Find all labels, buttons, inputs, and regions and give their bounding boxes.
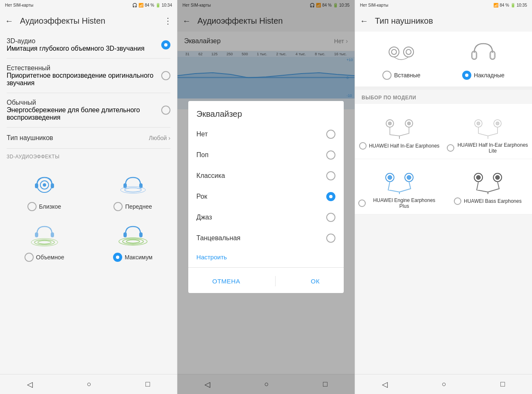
engine-plus-radio[interactable] bbox=[358, 199, 366, 207]
dialog-title: Эквалайзер bbox=[188, 101, 344, 124]
model-bass[interactable]: HUAWEI Bass Earphones bbox=[443, 159, 532, 214]
svg-rect-26 bbox=[473, 52, 476, 59]
effect-close-label-row: Близкое bbox=[27, 202, 61, 211]
back-nav-3[interactable]: ◁ bbox=[372, 377, 398, 392]
back-button-3[interactable]: ← bbox=[360, 16, 368, 26]
dialog-none-radio[interactable] bbox=[326, 130, 335, 139]
svg-point-31 bbox=[407, 122, 411, 125]
top-bar-3: ← Тип наушников bbox=[355, 10, 532, 32]
3d-audio-radio[interactable] bbox=[161, 40, 170, 49]
svg-point-36 bbox=[496, 122, 499, 125]
bottom-nav-1: ◁ ○ □ bbox=[0, 374, 177, 394]
dialog-cancel-btn[interactable]: ОТМЕНА bbox=[199, 273, 254, 290]
dialog-rock-radio[interactable] bbox=[326, 192, 335, 201]
status-bar-3: Нет SIM-карты 📶 84 % 🔋 10:35 bbox=[355, 0, 532, 10]
svg-rect-15 bbox=[139, 232, 143, 237]
dialog-pop-label: Поп bbox=[197, 151, 209, 159]
svg-point-41 bbox=[407, 175, 411, 180]
dialog-option-none[interactable]: Нет bbox=[188, 124, 344, 145]
recent-nav-3[interactable]: □ bbox=[490, 377, 515, 392]
effect-max-label: Максимум bbox=[125, 254, 153, 261]
dialog-overlay: Эквалайзер Нет Поп Классика Рок bbox=[177, 0, 355, 394]
type-earbuds[interactable]: Вставные bbox=[382, 38, 420, 80]
effect-front-label: Переднее bbox=[125, 203, 152, 210]
dialog-customize-link[interactable]: Настроить bbox=[188, 249, 344, 266]
effect-surround[interactable]: Объемное bbox=[0, 216, 89, 267]
model-half-in-ear-lite[interactable]: HUAWEI Half In-Ear Earphones Lite bbox=[443, 104, 532, 159]
natural-radio[interactable] bbox=[161, 71, 170, 80]
type-section: Вставные На bbox=[355, 32, 532, 86]
top-bar-1: ← Аудиоэффекты Histen ⋮ bbox=[0, 10, 177, 32]
type-overhead[interactable]: Накладные bbox=[462, 38, 505, 80]
overhead-icon bbox=[467, 38, 500, 67]
home-nav-1[interactable]: ○ bbox=[77, 377, 101, 392]
normal-title: Обычный bbox=[7, 99, 161, 106]
engine-plus-label-row: HUAWEI Engine Earphones Plus bbox=[358, 197, 440, 209]
hp-row-left: Тип наушников bbox=[7, 134, 53, 142]
overhead-radio[interactable] bbox=[462, 71, 471, 80]
dialog-classic-radio[interactable] bbox=[326, 171, 335, 180]
effect-close-icon bbox=[28, 170, 61, 199]
screen2: Нет SIM-карты 🎧 📶 84 % 🔋 10:35 ← Аудиоэф… bbox=[177, 0, 355, 394]
model-half-in-ear[interactable]: HUAWEI Half In-Ear Earphones bbox=[355, 104, 443, 159]
effect-surround-radio[interactable] bbox=[25, 253, 34, 262]
svg-point-7 bbox=[125, 188, 141, 192]
effects-grid: Близкое Переднее bbox=[0, 162, 177, 270]
normal-radio[interactable] bbox=[161, 106, 170, 115]
3d-audio-desc: Имитация глубокого объемного 3D-звучания bbox=[7, 45, 145, 52]
3d-audio-title: 3D-аудио bbox=[7, 37, 145, 45]
effect-surround-label-row: Объемное bbox=[25, 253, 64, 262]
dialog-dance-radio[interactable] bbox=[326, 234, 335, 243]
half-in-ear-lite-radio[interactable] bbox=[447, 144, 454, 152]
recent-nav-1[interactable]: □ bbox=[135, 377, 160, 392]
back-button-1[interactable]: ← bbox=[5, 16, 13, 26]
setting-3d-audio[interactable]: 3D-аудио Имитация глубокого объемного 3D… bbox=[0, 32, 177, 58]
svg-point-44 bbox=[476, 175, 480, 180]
earbuds-radio[interactable] bbox=[382, 71, 392, 80]
home-nav-3[interactable]: ○ bbox=[432, 377, 456, 392]
headphone-type-row[interactable]: Тип наушников Любой › bbox=[0, 128, 177, 148]
dialog-option-rock[interactable]: Рок bbox=[188, 186, 344, 207]
effect-surround-label: Объемное bbox=[36, 254, 64, 261]
effect-max-radio[interactable] bbox=[113, 253, 122, 262]
natural-left: Естественный Приоритетное воспроизведени… bbox=[7, 64, 161, 87]
model-engine-plus[interactable]: HUAWEI Engine Earphones Plus bbox=[355, 159, 443, 214]
normal-left: Обычный Энергосбережение для более длите… bbox=[7, 99, 161, 121]
effect-max[interactable]: Максимум bbox=[89, 216, 177, 267]
model-section-header: ВЫБОР ПО МОДЕЛИ bbox=[355, 90, 532, 104]
half-in-ear-lite-img bbox=[469, 111, 507, 140]
svg-point-21 bbox=[392, 49, 397, 54]
status-bar-1: Нет SIM-карты 🎧 📶 84 % 🔋 10:34 bbox=[0, 0, 177, 10]
svg-rect-3 bbox=[35, 183, 38, 188]
dialog-jazz-radio[interactable] bbox=[326, 213, 335, 222]
effect-close[interactable]: Близкое bbox=[0, 165, 89, 216]
overhead-label: Накладные bbox=[474, 72, 505, 79]
effect-front-radio[interactable] bbox=[113, 202, 123, 211]
dialog-ok-btn[interactable]: ОК bbox=[298, 273, 333, 290]
battery-text-3: 84 % bbox=[500, 3, 509, 7]
setting-natural[interactable]: Естественный Приоритетное воспроизведени… bbox=[0, 59, 177, 93]
bass-radio[interactable] bbox=[454, 197, 461, 205]
svg-point-34 bbox=[477, 122, 480, 125]
battery-icon-1: 🔋 bbox=[155, 3, 160, 7]
dialog-option-dance[interactable]: Танцевальная bbox=[188, 228, 344, 249]
hp-row-value: Любой bbox=[149, 135, 167, 141]
svg-point-16 bbox=[126, 240, 140, 243]
bass-label-row: HUAWEI Bass Earphones bbox=[454, 197, 522, 205]
dialog-option-jazz[interactable]: Джаз bbox=[188, 207, 344, 228]
battery-icon-3: 🔋 bbox=[510, 3, 515, 7]
effect-close-radio[interactable] bbox=[27, 202, 37, 211]
earbuds-label-row: Вставные bbox=[382, 71, 420, 80]
dialog-pop-radio[interactable] bbox=[326, 150, 335, 160]
dialog-option-pop[interactable]: Поп bbox=[188, 145, 344, 165]
bottom-nav-3: ◁ ○ □ bbox=[355, 374, 532, 394]
setting-normal[interactable]: Обычный Энергосбережение для более длите… bbox=[0, 93, 177, 127]
dialog-option-classic[interactable]: Классика bbox=[188, 165, 344, 186]
effect-front[interactable]: Переднее bbox=[89, 165, 177, 216]
battery-text-1: 84 % bbox=[145, 3, 154, 7]
back-nav-1[interactable]: ◁ bbox=[17, 377, 43, 392]
menu-icon-1[interactable]: ⋮ bbox=[164, 16, 172, 26]
half-in-ear-radio[interactable] bbox=[359, 142, 367, 150]
svg-rect-10 bbox=[51, 232, 54, 237]
svg-point-46 bbox=[495, 175, 500, 180]
